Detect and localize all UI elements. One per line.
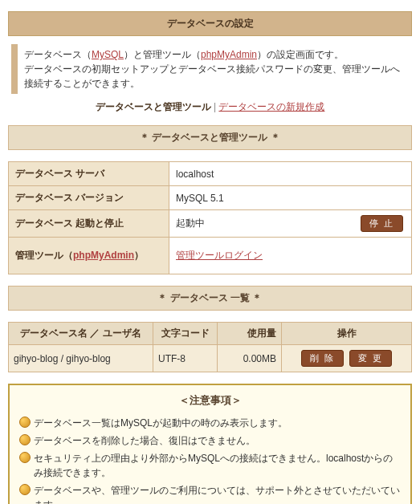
row-status-label: データベース 起動と停止 bbox=[9, 210, 169, 238]
intro-line2: データベースの初期セットアップとデータベース接続パスワードの変更、管理ツールへ接… bbox=[24, 63, 400, 89]
subnav-current: データベースと管理ツール bbox=[96, 101, 211, 112]
notes-title: ＜注意事項＞ bbox=[19, 393, 401, 408]
intro-text: データベース（MySQL）と管理ツール（phpMyAdmin）の設定画面です。 … bbox=[11, 44, 409, 94]
note-item: セキュリティ上の理由より外部からMySQLへの接続はできません。localhos… bbox=[19, 449, 401, 482]
sub-nav: データベースと管理ツール | データベースの新規作成 bbox=[8, 100, 412, 114]
section-db-list-title: ＊ データベース 一覧 ＊ bbox=[8, 286, 412, 311]
intro-mid: ）と管理ツール（ bbox=[124, 49, 201, 60]
subnav-new-db-link[interactable]: データベースの新規作成 bbox=[218, 101, 324, 112]
col-header-ops: 操作 bbox=[282, 323, 412, 345]
change-button[interactable]: 変 更 bbox=[349, 350, 392, 367]
row-version-value: MySQL 5.1 bbox=[169, 186, 412, 210]
phpmyadmin-link[interactable]: phpMyAdmin bbox=[201, 49, 257, 60]
admin-label-suffix: ） bbox=[134, 250, 144, 261]
note-item: データベースや、管理ツールのご利用については、サポート外とさせていただいています… bbox=[19, 482, 401, 504]
row-server-value: localhost bbox=[169, 162, 412, 186]
col-header-name: データベース名 ／ ユーザ名 bbox=[9, 323, 153, 345]
col-header-enc: 文字コード bbox=[153, 323, 218, 345]
table-row: gihyo-blog / gihyo-blog UTF-8 0.00MB 削 除… bbox=[9, 345, 412, 372]
row-status-value: 起動中 bbox=[176, 217, 205, 230]
db-list-table: データベース名 ／ ユーザ名 文字コード 使用量 操作 gihyo-blog /… bbox=[8, 322, 412, 372]
cell-db-usage: 0.00MB bbox=[218, 345, 282, 372]
intro-suffix1: ）の設定画面です。 bbox=[257, 49, 344, 60]
page-title: データベースの設定 bbox=[8, 11, 412, 36]
row-server-label: データベース サーバ bbox=[9, 162, 169, 186]
col-header-usage: 使用量 bbox=[218, 323, 282, 345]
note-item: データベースを削除した場合、復旧はできません。 bbox=[19, 432, 401, 449]
admin-label-link[interactable]: phpMyAdmin bbox=[73, 250, 134, 261]
row-version-label: データベース バージョン bbox=[9, 186, 169, 210]
notes-box: ＜注意事項＞ データベース一覧はMySQLが起動中の時のみ表示します。 データベ… bbox=[8, 384, 412, 504]
mysql-link[interactable]: MySQL bbox=[92, 49, 124, 60]
stop-button[interactable]: 停 止 bbox=[361, 215, 403, 232]
row-admin-label: 管理ツール（phpMyAdmin） bbox=[9, 238, 169, 274]
note-item: データベース一覧はMySQLが起動中の時のみ表示します。 bbox=[19, 414, 401, 432]
section-db-tools-title: ＊ データベースと管理ツール ＊ bbox=[8, 125, 412, 150]
delete-button[interactable]: 削 除 bbox=[301, 350, 344, 367]
db-info-table: データベース サーバ localhost データベース バージョン MySQL … bbox=[8, 161, 412, 274]
cell-db-name: gihyo-blog / gihyo-blog bbox=[9, 345, 153, 372]
notes-list: データベース一覧はMySQLが起動中の時のみ表示します。 データベースを削除した… bbox=[19, 414, 401, 504]
admin-login-link[interactable]: 管理ツールログイン bbox=[176, 250, 263, 261]
cell-db-enc: UTF-8 bbox=[153, 345, 218, 372]
intro-prefix: データベース（ bbox=[24, 49, 92, 60]
admin-label-prefix: 管理ツール（ bbox=[15, 250, 73, 261]
